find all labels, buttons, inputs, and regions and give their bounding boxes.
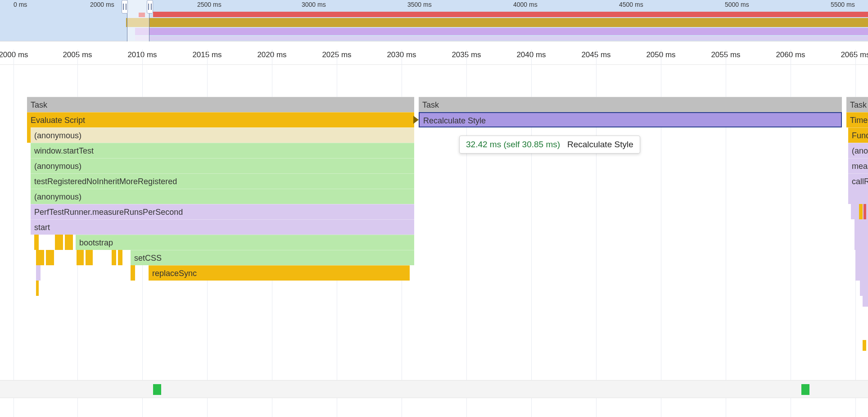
- flame-timer-fired[interactable]: Timer F: [846, 112, 868, 127]
- tooltip-timing: 32.42 ms (self 30.85 ms): [466, 140, 560, 149]
- flame-start[interactable]: start: [31, 219, 414, 235]
- frame-marker[interactable]: [801, 384, 809, 395]
- overview-handle-right[interactable]: [147, 0, 153, 14]
- overview-band-yellow: [126, 18, 868, 27]
- flame-test-registered[interactable]: testRegisteredNoInheritMoreRegistered: [31, 173, 414, 189]
- overview-handle-left[interactable]: [122, 0, 128, 14]
- flame-replacesync[interactable]: replaceSync: [149, 265, 410, 281]
- flame-task[interactable]: Task: [419, 97, 842, 112]
- flame-sliver[interactable]: [36, 281, 39, 296]
- flame-evaluate-script[interactable]: Evaluate Script: [27, 112, 414, 127]
- flame-setcss[interactable]: setCSS: [131, 250, 414, 265]
- flame-sliver[interactable]: [863, 296, 868, 307]
- flame-sliver[interactable]: [118, 250, 122, 265]
- flame-sliver[interactable]: [854, 235, 868, 250]
- flame-bootstrap[interactable]: bootstrap: [76, 235, 414, 250]
- flame-sliver[interactable]: [863, 340, 866, 351]
- flame-chart[interactable]: Task Evaluate Script (anonymous) window.…: [0, 97, 868, 417]
- flame-tooltip: 32.42 ms (self 30.85 ms) Recalculate Sty…: [459, 136, 640, 154]
- flame-sliver[interactable]: [55, 235, 63, 250]
- flame-anonymous[interactable]: (anonymous): [31, 127, 414, 143]
- overview-band-lavender: [135, 36, 868, 41]
- overview-tick: 4000 ms: [513, 0, 538, 8]
- overview-tick: 5500 ms: [831, 0, 855, 8]
- overview-band-purple: [135, 28, 868, 35]
- flame-sliver[interactable]: [65, 235, 73, 250]
- flame-measure[interactable]: measu: [848, 158, 868, 173]
- flame-sliver[interactable]: [112, 250, 116, 265]
- overview-tick: 5000 ms: [725, 0, 749, 8]
- overview-tick: 2000 ms: [90, 0, 114, 8]
- flame-sliver[interactable]: [34, 235, 39, 250]
- flame-sliver[interactable]: [855, 265, 868, 281]
- overview-tick: 2500 ms: [197, 0, 222, 8]
- flame-sliver[interactable]: [848, 189, 868, 204]
- flame-anonymous[interactable]: (anonymous): [31, 189, 414, 204]
- overview-tick: 3500 ms: [407, 0, 432, 8]
- frame-marker[interactable]: [153, 384, 161, 395]
- timeline-overview[interactable]: 0 ms 2000 ms 2500 ms 3000 ms 3500 ms 400…: [0, 0, 868, 41]
- bottom-track[interactable]: [0, 380, 868, 398]
- overview-band-red: [153, 12, 868, 17]
- flame-sliver[interactable]: [860, 281, 868, 296]
- ruler-tick: 2000 ms: [0, 50, 28, 59]
- flame-sliver[interactable]: [863, 204, 866, 219]
- ruler-tick: 2065 ms: [841, 50, 868, 59]
- overview-tick: 0 ms: [14, 0, 27, 8]
- flame-sliver[interactable]: [859, 204, 863, 219]
- detail-ruler[interactable]: 2000 ms 2005 ms 2010 ms 2015 ms 2020 ms …: [0, 50, 868, 65]
- tooltip-name: Recalculate Style: [567, 140, 633, 149]
- overview-tick: 3000 ms: [302, 0, 326, 8]
- flame-sliver[interactable]: [131, 265, 135, 281]
- flame-sliver[interactable]: [855, 250, 868, 265]
- flame-sliver[interactable]: [27, 127, 31, 143]
- flame-sliver[interactable]: [854, 219, 868, 235]
- flame-task[interactable]: Task: [27, 97, 414, 112]
- flame-sliver[interactable]: [77, 250, 84, 265]
- flame-overflow-marker-icon: [413, 116, 419, 124]
- flame-anonymous[interactable]: (anonymous): [31, 158, 414, 173]
- flame-sliver[interactable]: [86, 250, 93, 265]
- flame-task[interactable]: Task: [846, 97, 868, 112]
- flame-measure-runs[interactable]: PerfTestRunner.measureRunsPerSecond: [31, 204, 414, 219]
- flame-sliver[interactable]: [46, 250, 54, 265]
- flame-function[interactable]: Functio: [848, 127, 868, 143]
- flame-sliver[interactable]: [36, 265, 41, 281]
- flame-callrun[interactable]: callRun: [848, 173, 868, 189]
- flame-recalculate-style[interactable]: Recalculate Style: [419, 112, 842, 127]
- flame-sliver[interactable]: [36, 250, 44, 265]
- overview-tick: 4500 ms: [619, 0, 643, 8]
- overview-selection[interactable]: [127, 0, 149, 41]
- flame-window-starttest[interactable]: window.startTest: [31, 143, 414, 158]
- flame-anonymous[interactable]: (anony: [848, 143, 868, 158]
